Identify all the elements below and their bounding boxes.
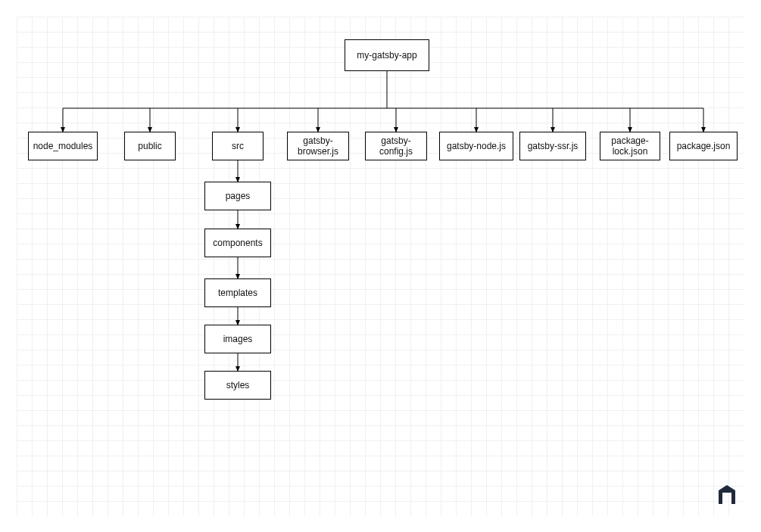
node-images[interactable]: images [204,325,271,353]
node-templates[interactable]: templates [204,278,271,307]
node-package-lock-json[interactable]: package-lock.json [600,132,660,160]
node-label: my-gatsby-app [354,50,419,61]
node-gatsby-config-js[interactable]: gatsby-config.js [365,132,427,160]
node-label: styles [223,380,253,390]
node-pages[interactable]: pages [204,182,271,210]
logo-icon [717,481,737,506]
root-node-my-gatsby-app[interactable]: my-gatsby-app [345,39,429,71]
node-gatsby-node-js[interactable]: gatsby-node.js [439,132,513,160]
node-label: src [229,141,247,151]
node-package-json[interactable]: package.json [669,132,738,160]
node-gatsby-browser-js[interactable]: gatsby-browser.js [287,132,349,160]
node-label: package.json [674,141,734,151]
node-label: templates [215,288,260,298]
node-label: public [135,141,164,151]
node-node_modules[interactable]: node_modules [28,132,98,160]
diagram-canvas: my-gatsby-app node_modules public src ga… [17,17,744,516]
node-label: gatsby-browser.js [288,135,348,157]
node-components[interactable]: components [204,229,271,257]
node-src[interactable]: src [212,132,264,160]
node-label: components [210,238,265,248]
node-label: gatsby-ssr.js [525,141,582,151]
node-label: node_modules [30,141,96,151]
node-label: package-lock.json [600,135,660,157]
node-styles[interactable]: styles [204,371,271,400]
connector-layer [17,17,744,516]
node-label: gatsby-config.js [366,135,426,157]
node-label: gatsby-node.js [444,141,509,151]
node-public[interactable]: public [124,132,176,160]
node-label: images [220,334,256,344]
node-gatsby-ssr-js[interactable]: gatsby-ssr.js [519,132,586,160]
node-label: pages [223,191,254,201]
